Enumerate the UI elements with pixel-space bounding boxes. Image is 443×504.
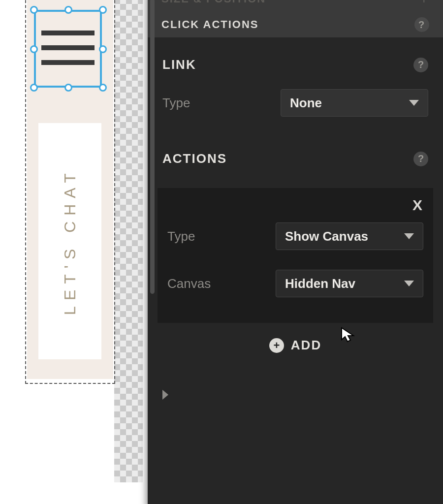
panel-scrollbar[interactable] [150, 0, 155, 294]
action-type-value: Show Canvas [285, 229, 368, 244]
resize-handle-top-left[interactable] [30, 6, 38, 14]
hamburger-icon[interactable] [41, 31, 95, 65]
actions-heading: ACTIONS [162, 151, 227, 166]
link-type-value: None [290, 95, 322, 111]
action-canvas-value: Hidden Nav [285, 276, 355, 291]
chat-card-label: LET'S CHAT [61, 167, 79, 315]
add-action-button[interactable]: + ADD [148, 338, 443, 353]
plus-circle-icon: + [269, 338, 284, 353]
chevron-down-icon [409, 100, 419, 106]
resize-handle-bottom-center[interactable] [64, 84, 72, 92]
link-type-select[interactable]: None [281, 89, 428, 117]
plus-icon: + [419, 0, 429, 7]
canvas-transparency-grid [114, 0, 143, 482]
action-item-card: X Type Show Canvas Canvas Hidden Nav [158, 188, 433, 323]
section-size-position[interactable]: SIZE & POSITION + [148, 0, 443, 12]
properties-panel: SIZE & POSITION + CLICK ACTIONS ? LINK ?… [148, 0, 443, 504]
help-icon[interactable]: ? [413, 152, 428, 166]
link-heading: LINK [162, 57, 196, 72]
link-subsection: LINK ? Type None [148, 37, 443, 136]
chat-card[interactable]: LET'S CHAT [38, 123, 101, 359]
design-canvas[interactable]: LET'S CHAT [0, 0, 148, 504]
resize-handle-middle-left[interactable] [30, 45, 38, 53]
panel-expand-caret-icon[interactable] [162, 390, 168, 400]
chevron-down-icon [404, 281, 414, 286]
section-click-actions[interactable]: CLICK ACTIONS ? [148, 12, 443, 37]
section-title: CLICK ACTIONS [161, 18, 259, 31]
resize-handle-bottom-left[interactable] [30, 84, 38, 92]
resize-handle-top-right[interactable] [99, 6, 107, 14]
action-type-label: Type [167, 229, 195, 244]
help-icon[interactable]: ? [413, 58, 428, 72]
action-canvas-label: Canvas [167, 276, 211, 291]
chevron-down-icon [404, 233, 414, 239]
resize-handle-bottom-right[interactable] [99, 84, 107, 92]
resize-handle-middle-right[interactable] [99, 45, 107, 53]
help-icon[interactable]: ? [414, 17, 429, 32]
add-action-label: ADD [291, 338, 321, 353]
action-canvas-select[interactable]: Hidden Nav [276, 270, 423, 297]
actions-subsection: ACTIONS ? [148, 136, 443, 188]
link-type-label: Type [162, 95, 190, 111]
action-type-select[interactable]: Show Canvas [276, 222, 423, 250]
section-title: SIZE & POSITION [161, 0, 266, 5]
remove-action-button[interactable]: X [412, 197, 422, 214]
resize-handle-top-center[interactable] [64, 6, 72, 14]
